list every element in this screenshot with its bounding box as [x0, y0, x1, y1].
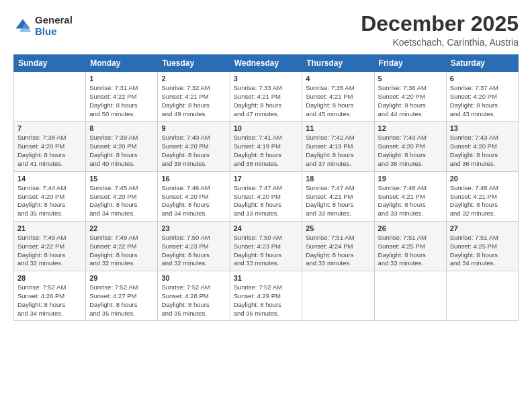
logo: General Blue — [13, 15, 73, 37]
weekday-header: Thursday — [302, 55, 374, 72]
calendar-week-row: 21Sunrise: 7:49 AM Sunset: 4:22 PM Dayli… — [14, 221, 519, 271]
day-info: Sunrise: 7:46 AM Sunset: 4:20 PM Dayligh… — [161, 184, 226, 218]
calendar-cell: 10Sunrise: 7:41 AM Sunset: 4:19 PM Dayli… — [230, 122, 302, 171]
calendar-cell: 24Sunrise: 7:50 AM Sunset: 4:23 PM Dayli… — [230, 221, 302, 271]
day-info: Sunrise: 7:52 AM Sunset: 4:28 PM Dayligh… — [161, 283, 226, 318]
calendar-cell: 22Sunrise: 7:49 AM Sunset: 4:22 PM Dayli… — [86, 221, 158, 271]
day-info: Sunrise: 7:49 AM Sunset: 4:22 PM Dayligh… — [89, 234, 154, 268]
day-number: 5 — [378, 75, 443, 83]
calendar-cell: 12Sunrise: 7:43 AM Sunset: 4:20 PM Dayli… — [374, 122, 446, 171]
day-number: 14 — [17, 175, 82, 183]
day-number: 17 — [234, 175, 299, 183]
calendar-cell: 2Sunrise: 7:32 AM Sunset: 4:21 PM Daylig… — [158, 72, 230, 122]
day-number: 13 — [450, 124, 515, 132]
day-number: 30 — [161, 274, 226, 282]
day-number: 1 — [89, 75, 154, 83]
calendar-cell: 14Sunrise: 7:44 AM Sunset: 4:20 PM Dayli… — [14, 171, 86, 221]
calendar-week-row: 14Sunrise: 7:44 AM Sunset: 4:20 PM Dayli… — [14, 171, 519, 221]
day-info: Sunrise: 7:48 AM Sunset: 4:21 PM Dayligh… — [378, 184, 443, 218]
day-info: Sunrise: 7:31 AM Sunset: 4:22 PM Dayligh… — [89, 84, 154, 118]
weekday-header: Wednesday — [230, 55, 302, 72]
day-number: 23 — [161, 224, 226, 232]
day-info: Sunrise: 7:33 AM Sunset: 4:21 PM Dayligh… — [234, 84, 299, 118]
calendar-table: SundayMondayTuesdayWednesdayThursdayFrid… — [13, 54, 519, 321]
calendar-cell: 21Sunrise: 7:49 AM Sunset: 4:22 PM Dayli… — [14, 221, 86, 271]
calendar-cell — [302, 271, 374, 321]
day-info: Sunrise: 7:50 AM Sunset: 4:23 PM Dayligh… — [234, 234, 299, 268]
day-number: 11 — [306, 124, 370, 132]
calendar-cell: 27Sunrise: 7:51 AM Sunset: 4:25 PM Dayli… — [446, 221, 518, 271]
day-number: 28 — [17, 274, 82, 282]
day-number: 26 — [378, 224, 443, 232]
day-info: Sunrise: 7:51 AM Sunset: 4:24 PM Dayligh… — [306, 234, 370, 268]
day-number: 29 — [89, 274, 154, 282]
calendar-week-row: 1Sunrise: 7:31 AM Sunset: 4:22 PM Daylig… — [14, 72, 519, 122]
day-number: 4 — [306, 75, 370, 83]
calendar-cell: 6Sunrise: 7:37 AM Sunset: 4:20 PM Daylig… — [446, 72, 518, 122]
calendar-cell: 4Sunrise: 7:35 AM Sunset: 4:21 PM Daylig… — [302, 72, 374, 122]
calendar-week-row: 28Sunrise: 7:52 AM Sunset: 4:26 PM Dayli… — [14, 271, 519, 321]
day-info: Sunrise: 7:49 AM Sunset: 4:22 PM Dayligh… — [17, 234, 82, 268]
calendar-cell: 28Sunrise: 7:52 AM Sunset: 4:26 PM Dayli… — [14, 271, 86, 321]
day-number: 2 — [161, 75, 226, 83]
day-number: 10 — [234, 124, 299, 132]
day-info: Sunrise: 7:45 AM Sunset: 4:20 PM Dayligh… — [89, 184, 154, 218]
location: Koetschach, Carinthia, Austria — [361, 37, 519, 48]
calendar-cell: 29Sunrise: 7:52 AM Sunset: 4:27 PM Dayli… — [86, 271, 158, 321]
day-number: 21 — [17, 224, 82, 232]
day-info: Sunrise: 7:51 AM Sunset: 4:25 PM Dayligh… — [450, 234, 515, 268]
day-number: 19 — [378, 175, 443, 183]
day-info: Sunrise: 7:39 AM Sunset: 4:20 PM Dayligh… — [89, 134, 154, 168]
calendar-cell: 8Sunrise: 7:39 AM Sunset: 4:20 PM Daylig… — [86, 122, 158, 171]
header: General Blue December 2025 Koetschach, C… — [13, 12, 519, 48]
day-number: 12 — [378, 124, 443, 132]
day-info: Sunrise: 7:37 AM Sunset: 4:20 PM Dayligh… — [450, 84, 515, 118]
calendar-cell — [374, 271, 446, 321]
calendar-cell: 11Sunrise: 7:42 AM Sunset: 4:19 PM Dayli… — [302, 122, 374, 171]
day-number: 20 — [450, 175, 515, 183]
day-info: Sunrise: 7:43 AM Sunset: 4:20 PM Dayligh… — [378, 134, 443, 168]
weekday-header: Monday — [86, 55, 158, 72]
month-title: December 2025 — [361, 12, 519, 36]
calendar-cell: 5Sunrise: 7:36 AM Sunset: 4:20 PM Daylig… — [374, 72, 446, 122]
day-number: 22 — [89, 224, 154, 232]
title-block: December 2025 Koetschach, Carinthia, Aus… — [361, 12, 519, 48]
calendar-cell: 31Sunrise: 7:52 AM Sunset: 4:29 PM Dayli… — [230, 271, 302, 321]
day-info: Sunrise: 7:40 AM Sunset: 4:20 PM Dayligh… — [161, 134, 226, 168]
day-info: Sunrise: 7:38 AM Sunset: 4:20 PM Dayligh… — [17, 134, 82, 168]
day-number: 24 — [234, 224, 299, 232]
day-number: 3 — [234, 75, 299, 83]
page: General Blue December 2025 Koetschach, C… — [0, 0, 532, 411]
calendar-cell: 1Sunrise: 7:31 AM Sunset: 4:22 PM Daylig… — [86, 72, 158, 122]
day-info: Sunrise: 7:42 AM Sunset: 4:19 PM Dayligh… — [306, 134, 370, 168]
weekday-header: Sunday — [14, 55, 86, 72]
logo-general: General — [35, 15, 73, 26]
logo-icon — [13, 17, 32, 36]
calendar-cell — [14, 72, 86, 122]
calendar-cell: 7Sunrise: 7:38 AM Sunset: 4:20 PM Daylig… — [14, 122, 86, 171]
logo-blue: Blue — [35, 26, 73, 38]
weekday-header: Friday — [374, 55, 446, 72]
weekday-header: Tuesday — [158, 55, 230, 72]
day-info: Sunrise: 7:52 AM Sunset: 4:26 PM Dayligh… — [17, 283, 82, 318]
calendar-cell: 26Sunrise: 7:51 AM Sunset: 4:25 PM Dayli… — [374, 221, 446, 271]
calendar-cell: 3Sunrise: 7:33 AM Sunset: 4:21 PM Daylig… — [230, 72, 302, 122]
day-number: 18 — [306, 175, 370, 183]
day-number: 25 — [306, 224, 370, 232]
day-number: 6 — [450, 75, 515, 83]
calendar-cell: 15Sunrise: 7:45 AM Sunset: 4:20 PM Dayli… — [86, 171, 158, 221]
day-number: 8 — [89, 124, 154, 132]
day-info: Sunrise: 7:48 AM Sunset: 4:21 PM Dayligh… — [450, 184, 515, 218]
day-number: 27 — [450, 224, 515, 232]
day-info: Sunrise: 7:35 AM Sunset: 4:21 PM Dayligh… — [306, 84, 370, 118]
day-number: 15 — [89, 175, 154, 183]
day-info: Sunrise: 7:47 AM Sunset: 4:21 PM Dayligh… — [306, 184, 370, 218]
calendar-cell: 17Sunrise: 7:47 AM Sunset: 4:20 PM Dayli… — [230, 171, 302, 221]
calendar-cell: 18Sunrise: 7:47 AM Sunset: 4:21 PM Dayli… — [302, 171, 374, 221]
calendar-cell: 30Sunrise: 7:52 AM Sunset: 4:28 PM Dayli… — [158, 271, 230, 321]
calendar-cell: 20Sunrise: 7:48 AM Sunset: 4:21 PM Dayli… — [446, 171, 518, 221]
day-info: Sunrise: 7:50 AM Sunset: 4:23 PM Dayligh… — [161, 234, 226, 268]
day-info: Sunrise: 7:52 AM Sunset: 4:27 PM Dayligh… — [89, 283, 154, 318]
calendar-cell: 9Sunrise: 7:40 AM Sunset: 4:20 PM Daylig… — [158, 122, 230, 171]
logo-text: General Blue — [35, 15, 73, 37]
